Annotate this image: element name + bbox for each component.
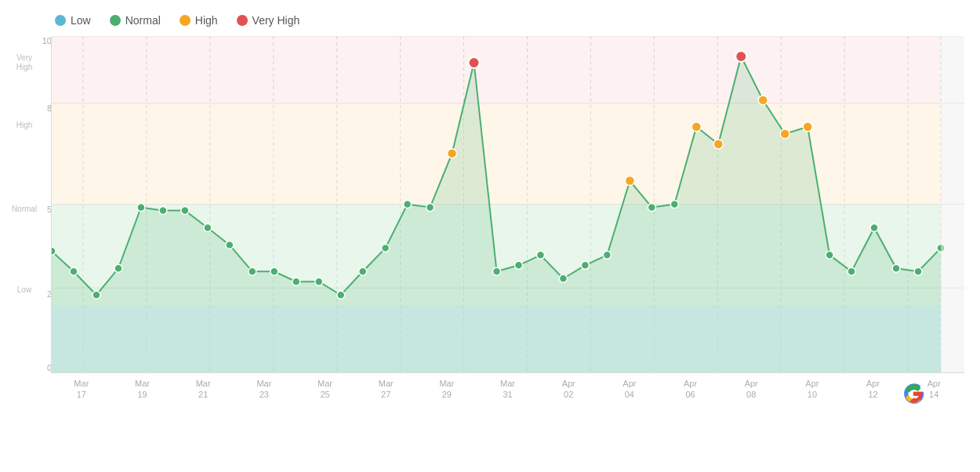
very-high-band-fill <box>52 36 941 103</box>
dot-3 <box>114 264 122 272</box>
dot-17 <box>426 204 434 212</box>
legend-label-high: High <box>195 14 218 27</box>
x-label-apr08: Apr08 <box>720 378 782 401</box>
dot-21 <box>514 261 522 269</box>
chart-area: VeryHigh High Normal Low 10 8 5 2 0 <box>8 36 964 412</box>
legend-normal: Normal <box>110 14 161 27</box>
dot-16 <box>404 201 412 209</box>
dot-30-high <box>713 140 723 149</box>
x-label-mar29: Mar29 <box>416 378 477 401</box>
dot-11 <box>292 278 300 285</box>
dot-33-high <box>780 129 789 139</box>
dot-14 <box>359 267 367 275</box>
x-label-apr02: Apr02 <box>538 378 599 401</box>
dot-10 <box>270 267 278 275</box>
chart-container: Low Normal High Very High VeryHigh High … <box>0 0 980 472</box>
y-band-very-high: VeryHigh <box>9 53 39 72</box>
y-band-normal: Normal <box>9 205 39 214</box>
dot-9 <box>249 267 256 275</box>
x-label-mar31: Mar31 <box>477 378 539 401</box>
dot-29-high <box>691 122 701 132</box>
dot-19-very-high <box>469 57 480 68</box>
legend-very-high: Very High <box>237 14 300 27</box>
dot-6 <box>181 206 189 214</box>
dot-24 <box>581 261 589 269</box>
dot-22 <box>536 251 544 259</box>
chart-svg <box>52 36 964 372</box>
legend-label-very-high: Very High <box>252 14 300 27</box>
x-label-apr06: Apr06 <box>660 378 721 401</box>
dot-38 <box>892 264 900 272</box>
dot-25 <box>603 251 611 259</box>
legend-dot-low <box>55 15 66 26</box>
y-band-low: Low <box>9 285 39 295</box>
dot-37 <box>870 223 878 231</box>
dot-7 <box>204 223 212 231</box>
dot-39 <box>914 267 922 275</box>
dot-23 <box>559 274 567 282</box>
dot-27 <box>648 204 655 212</box>
dot-15 <box>382 244 390 252</box>
legend-label-normal: Normal <box>125 14 161 27</box>
legend-dot-normal <box>110 15 121 26</box>
dot-36 <box>848 267 855 275</box>
dot-18-high <box>448 149 457 158</box>
x-label-mar21: Mar21 <box>172 378 234 401</box>
x-label-mar25: Mar25 <box>295 378 356 401</box>
y-band-high: High <box>9 121 39 130</box>
y-axis-numbers: 10 8 5 2 0 <box>38 36 52 373</box>
dot-26-high <box>625 176 634 186</box>
x-label-mar23: Mar23 <box>234 378 295 401</box>
chart-legend: Low Normal High Very High <box>8 8 964 36</box>
x-label-apr10: Apr10 <box>782 378 843 401</box>
legend-label-low: Low <box>71 14 91 27</box>
right-panel-shade <box>941 36 964 373</box>
dot-34-high <box>803 122 812 132</box>
plot-area <box>51 36 964 373</box>
dot-8 <box>226 241 234 249</box>
x-label-mar27: Mar27 <box>355 378 416 401</box>
legend-dot-very-high <box>237 15 248 26</box>
dot-35 <box>826 251 833 259</box>
x-axis: Mar17 Mar19 Mar21 Mar23 Mar25 Mar27 Mar2… <box>51 373 964 412</box>
dot-4 <box>137 204 145 212</box>
dot-13 <box>337 291 345 299</box>
legend-high: High <box>180 14 218 27</box>
dot-2 <box>93 291 100 299</box>
dot-28 <box>670 201 678 209</box>
dot-5 <box>159 206 167 214</box>
dot-32-high <box>758 96 768 105</box>
dot-31-very-high <box>735 51 746 62</box>
x-label-mar19: Mar19 <box>112 378 173 401</box>
legend-low: Low <box>55 14 91 27</box>
x-label-apr12: Apr12 <box>843 378 904 401</box>
x-label-mar17: Mar17 <box>51 378 112 401</box>
legend-dot-high <box>180 15 191 26</box>
dot-20 <box>493 267 501 275</box>
x-label-apr04: Apr04 <box>599 378 660 401</box>
dot-0 <box>52 247 56 255</box>
dot-1 <box>70 267 78 275</box>
dot-12 <box>315 278 323 285</box>
google-logo <box>903 383 925 405</box>
